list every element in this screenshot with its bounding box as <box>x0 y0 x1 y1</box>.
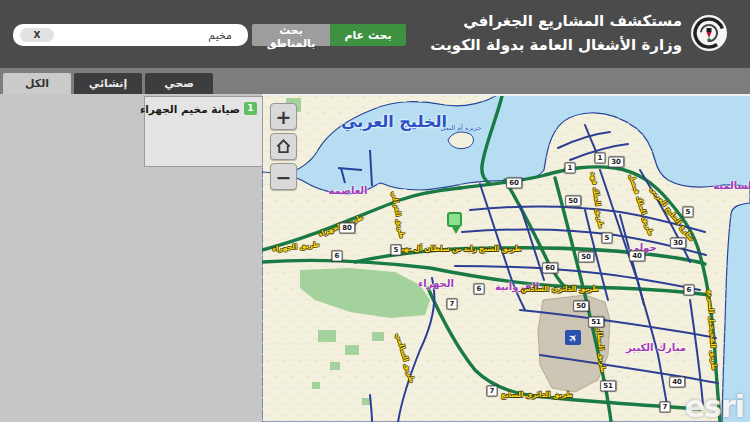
esri-logo: esri <box>685 392 744 422</box>
results-card: 1صيانة مخيم الجهراء <box>144 96 263 167</box>
basemap-svg: ✈ <box>262 96 750 422</box>
home-extent-button[interactable] <box>270 133 297 160</box>
tab-all[interactable]: الكل <box>3 73 71 94</box>
zoom-in-button[interactable]: + <box>270 103 297 130</box>
area-search-button[interactable]: بحث بالمناطق <box>252 24 330 46</box>
clear-search-button[interactable]: X <box>20 28 54 42</box>
search-area: بحث عام بحث بالمناطق X <box>0 0 420 68</box>
search-input[interactable] <box>59 24 241 46</box>
map-controls: + − <box>270 103 297 190</box>
search-box: X <box>13 24 248 46</box>
app-title-line1: مستكشف المشاريع الجغرافي <box>430 9 682 33</box>
header: مستكشف المشاريع الجغرافي وزارة الأشغال ا… <box>0 0 750 68</box>
zoom-out-button[interactable]: − <box>270 163 297 190</box>
result-list-item[interactable]: 1صيانة مخيم الجهراء <box>145 97 262 120</box>
home-icon <box>276 139 291 154</box>
mpw-logo <box>690 14 728 52</box>
app-title-line2: وزارة الأشغال العامة بدولة الكويت <box>430 33 682 57</box>
result-title: صيانة مخيم الجهراء <box>140 103 240 115</box>
tab-construction[interactable]: إنشائي <box>74 73 142 94</box>
app-root: مستكشف المشاريع الجغرافي وزارة الأشغال ا… <box>0 0 750 422</box>
project-location-marker[interactable] <box>447 212 462 227</box>
result-count-badge: 1 <box>244 102 257 115</box>
map-canvas[interactable]: ✈ <box>262 94 750 422</box>
tab-strip: الكلإنشائيصحي <box>0 68 750 94</box>
brand: مستكشف المشاريع الجغرافي وزارة الأشغال ا… <box>430 9 728 57</box>
airport-icon: ✈ <box>565 330 581 346</box>
tab-sanitary[interactable]: صحي <box>145 73 213 94</box>
general-search-button[interactable]: بحث عام <box>330 24 406 46</box>
